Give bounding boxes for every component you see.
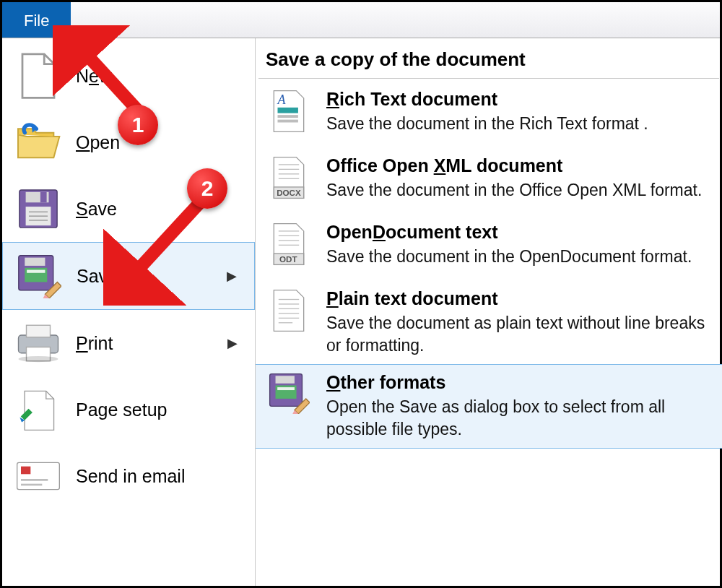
option-description: Save the document in the Rich Text forma…	[326, 113, 713, 135]
menu-item-page-setup[interactable]: Page setup	[2, 376, 255, 443]
svg-rect-22	[278, 115, 298, 118]
save-as-icon	[13, 250, 65, 302]
submenu-arrow-icon: ▶	[227, 268, 237, 284]
page-setup-icon	[12, 384, 64, 436]
odt-document-icon: ODT	[266, 222, 312, 274]
file-tab-label: File	[24, 12, 49, 30]
menu-item-label: New	[76, 66, 112, 87]
save-as-other-formats[interactable]: Other formats Open the Save as dialog bo…	[256, 364, 722, 449]
svg-text:DOCX: DOCX	[277, 188, 301, 197]
open-folder-icon	[12, 116, 64, 168]
submenu-title: Save a copy of the document	[256, 44, 722, 78]
printer-icon	[12, 317, 64, 369]
file-tab[interactable]: File	[2, 2, 71, 38]
envelope-icon	[12, 450, 64, 502]
save-as-rtf[interactable]: A Rich Text document Save the document i…	[256, 82, 722, 148]
save-as-odt[interactable]: ODT OpenDocument text Save the document …	[256, 215, 722, 281]
option-description: Save the document in the OpenDocument fo…	[326, 246, 713, 268]
divider	[258, 78, 719, 79]
option-description: Save the document in the Office Open XML…	[326, 179, 713, 202]
file-menu-panels: New Open	[2, 38, 720, 586]
option-title: Plain text document	[326, 288, 713, 309]
svg-rect-11	[27, 270, 45, 273]
annotation-badge-1: 1	[118, 105, 158, 145]
docx-document-icon: DOCX	[266, 155, 312, 207]
svg-text:A: A	[277, 92, 287, 107]
svg-rect-21	[278, 108, 298, 113]
option-title: Rich Text document	[326, 89, 713, 110]
rtf-document-icon: A	[266, 89, 312, 141]
menu-item-label: Page setup	[76, 399, 168, 420]
window-frame: File New	[0, 0, 722, 588]
svg-rect-17	[21, 467, 30, 475]
submenu-arrow-icon: ▶	[227, 335, 238, 351]
menu-item-print[interactable]: Print ▶	[2, 310, 255, 376]
svg-rect-3	[40, 192, 47, 203]
new-document-icon	[12, 50, 64, 102]
menu-item-save-as[interactable]: Save as ▶	[2, 242, 255, 310]
option-description: Open the Save as dialog box to select fr…	[326, 396, 713, 441]
save-floppy-icon	[12, 183, 64, 235]
menu-item-new[interactable]: New	[2, 43, 255, 109]
menu-item-label: Print	[76, 333, 113, 354]
menu-item-label: Save as	[77, 266, 142, 287]
svg-rect-9	[25, 258, 45, 266]
option-description: Save the document as plain text without …	[326, 312, 713, 357]
plain-text-document-icon	[266, 288, 312, 340]
save-as-other-icon	[266, 372, 312, 424]
svg-rect-23	[278, 120, 298, 123]
ribbon-toolbar: File	[2, 2, 720, 38]
save-as-docx[interactable]: DOCX Office Open XML document Save the d…	[256, 148, 722, 215]
menu-item-send-email[interactable]: Send in email	[2, 443, 255, 509]
option-title: Other formats	[326, 372, 713, 393]
option-title: OpenDocument text	[326, 222, 713, 243]
option-title: Office Open XML document	[326, 155, 713, 176]
menu-item-label: Save	[76, 199, 117, 220]
save-as-submenu: Save a copy of the document A Rich Text …	[255, 38, 722, 586]
svg-point-15	[19, 356, 58, 362]
svg-rect-45	[277, 387, 295, 390]
svg-rect-13	[27, 325, 51, 337]
menu-item-label: Open	[76, 132, 120, 153]
menu-item-label: Send in email	[76, 466, 185, 487]
save-as-plain-text[interactable]: Plain text document Save the document as…	[256, 281, 722, 364]
svg-rect-43	[276, 376, 295, 384]
annotation-badge-2: 2	[187, 168, 227, 209]
svg-text:ODT: ODT	[279, 254, 297, 264]
